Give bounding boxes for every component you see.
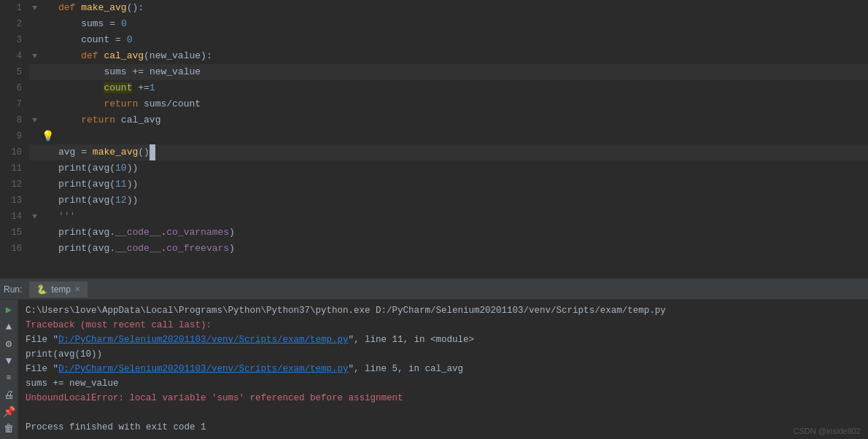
output-normal: ", line 11, in <module> (349, 335, 475, 345)
fold-gutter (29, 225, 40, 241)
line-number: 10 (0, 144, 29, 160)
delete-button[interactable]: 🗑 (1, 422, 16, 436)
line-content (55, 128, 868, 144)
bulb-gutter[interactable]: 💡 (40, 128, 55, 144)
line-content: def make_avg(): (55, 0, 868, 16)
fold-gutter (29, 193, 40, 209)
code-line: 15print(avg.__code__.co_varnames) (0, 225, 868, 241)
output-normal: File " (26, 335, 58, 345)
print-button[interactable]: 🖨 (1, 388, 16, 402)
line-content: return sums/count (55, 96, 868, 112)
code-line: 7 return sums/count (0, 96, 868, 112)
output-link2[interactable]: D:/PyCharm/Selenium20201103/venv/Scripts… (58, 364, 349, 374)
line-number: 13 (0, 193, 29, 209)
fold-gutter[interactable]: ▼ (29, 48, 40, 64)
line-content: print(avg(11)) (55, 176, 868, 193)
fold-gutter (29, 96, 40, 112)
output-line: Traceback (most recent call last): (26, 318, 861, 333)
code-line: 5 sums += new_value (0, 64, 868, 80)
line-number: 5 (0, 64, 29, 80)
line-number: 14 (0, 209, 29, 225)
run-button[interactable]: ▶ (1, 303, 16, 316)
output-line: print(avg(10)) (26, 347, 861, 362)
run-tab-bar: Run: 🐍 temp ✕ (0, 279, 868, 300)
code-line: 14▼''' (0, 209, 868, 225)
bulb-gutter (40, 112, 55, 128)
scroll-up-button[interactable]: ▲ (1, 319, 16, 333)
bulb-gutter (40, 241, 55, 257)
line-content: count = 0 (55, 32, 868, 48)
line-content: return cal_avg (55, 112, 868, 128)
line-content: print(avg(12)) (55, 193, 868, 209)
code-line: 11print(avg(10)) (0, 160, 868, 176)
line-content: count +=1 (55, 80, 868, 96)
code-line: 4▼ def cal_avg(new_value): (0, 48, 868, 64)
bulb-gutter (40, 96, 55, 112)
code-line: 12print(avg(11)) (0, 176, 868, 193)
output-normal: print(avg(10)) (26, 349, 102, 360)
output-line: C:\Users\love\AppData\Local\Programs\Pyt… (26, 303, 861, 318)
bulb-gutter (40, 144, 55, 160)
output-line: sums += new_value (26, 376, 861, 391)
bulb-gutter (40, 209, 55, 225)
bulb-gutter (40, 80, 55, 96)
output-cmd: C:\Users\love\AppData\Local\Programs\Pyt… (26, 306, 666, 316)
fold-gutter[interactable]: ▼ (29, 0, 40, 16)
line-number: 11 (0, 160, 29, 176)
code-line: 8▼ return cal_avg (0, 112, 868, 128)
fold-gutter[interactable]: ▼ (29, 112, 40, 128)
run-tab[interactable]: 🐍 temp ✕ (29, 281, 88, 298)
fold-gutter (29, 16, 40, 32)
wrap-button[interactable]: ≡ (1, 371, 16, 385)
fold-gutter (29, 32, 40, 48)
line-content: def cal_avg(new_value): (55, 48, 868, 64)
fold-gutter (29, 176, 40, 193)
code-line: 3 count = 0 (0, 32, 868, 48)
bulb-gutter (40, 160, 55, 176)
settings-button[interactable]: ⚙ (1, 337, 16, 351)
output-normal: File " (26, 364, 58, 374)
bulb-gutter (40, 16, 55, 32)
line-number: 15 (0, 225, 29, 241)
code-line: 9💡 (0, 128, 868, 144)
bulb-gutter (40, 32, 55, 48)
output-process-finished: Process finished with exit code 1 (26, 422, 206, 432)
line-content: print(avg.__code__.co_freevars) (55, 241, 868, 257)
watermark: CSDN @inside802 (794, 427, 861, 435)
code-line: 16print(avg.__code__.co_freevars) (0, 241, 868, 257)
fold-gutter (29, 80, 40, 96)
bulb-gutter (40, 48, 55, 64)
bulb-gutter (40, 193, 55, 209)
line-number: 7 (0, 96, 29, 112)
line-number: 3 (0, 32, 29, 48)
line-content: print(avg(10)) (55, 160, 868, 176)
code-line: 1▼def make_avg(): (0, 0, 868, 16)
code-container: 1▼def make_avg():2 sums = 03 count = 04▼… (0, 0, 868, 279)
fold-gutter[interactable]: ▼ (29, 209, 40, 225)
pin-button[interactable]: 📌 (1, 405, 16, 419)
output-link[interactable]: D:/PyCharm/Selenium20201103/venv/Scripts… (58, 335, 349, 345)
fold-gutter (29, 160, 40, 176)
line-number: 1 (0, 0, 29, 16)
line-content: ''' (55, 209, 868, 225)
fold-gutter (29, 144, 40, 160)
line-number: 9 (0, 128, 29, 144)
bulb-gutter (40, 64, 55, 80)
line-number: 4 (0, 48, 29, 64)
bulb-gutter (40, 176, 55, 193)
code-line: 6 count +=1 (0, 80, 868, 96)
bulb-gutter (40, 0, 55, 16)
output-line: UnboundLocalError: local variable 'sums'… (26, 391, 861, 405)
code-line: 13print(avg(12)) (0, 193, 868, 209)
python-icon: 🐍 (36, 284, 47, 295)
line-content: avg = make_avg() (55, 144, 868, 160)
tab-name: temp (51, 284, 71, 295)
code-line: 10avg = make_avg() (0, 144, 868, 160)
scroll-down-button[interactable]: ▼ (1, 354, 16, 368)
run-sidebar: ▶ ▲ ⚙ ▼ ≡ 🖨 📌 🗑 (0, 300, 18, 439)
code-line: 2 sums = 0 (0, 16, 868, 32)
line-number: 2 (0, 16, 29, 32)
output-line (26, 405, 861, 420)
close-tab-button[interactable]: ✕ (74, 285, 80, 293)
run-body: ▶ ▲ ⚙ ▼ ≡ 🖨 📌 🗑 C:\Users\love\AppData\Lo… (0, 300, 868, 439)
